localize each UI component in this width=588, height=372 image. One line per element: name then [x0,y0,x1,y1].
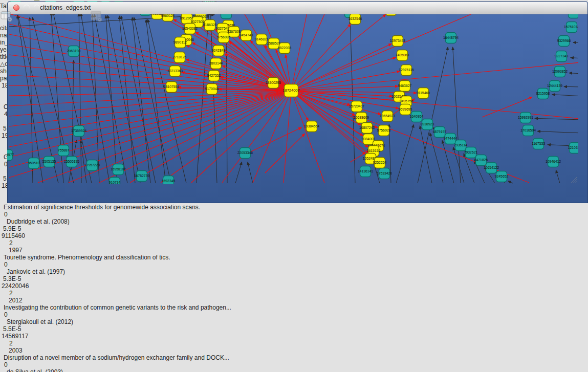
graph-node[interactable]: 1692345 [162,176,176,185]
graph-edge[interactable] [291,71,400,91]
graph-edge[interactable] [291,43,391,91]
graph-node[interactable]: 9227343 [555,51,569,62]
graph-node[interactable]: 9699695 [399,104,412,115]
graph-node[interactable]: 12975115 [399,65,414,76]
graph-edge[interactable] [284,91,291,183]
graph-node[interactable]: 9245652 [495,171,509,182]
graph-node[interactable]: 10688609 [354,113,369,123]
graph-node[interactable]: 9115460 [417,88,430,99]
graph-node[interactable]: 910734 [109,178,121,185]
graph-node[interactable]: 15505195 [64,157,79,167]
graph-node[interactable]: 18300295 [266,78,281,89]
graph-edge[interactable] [99,91,291,183]
minimize-window-button[interactable] [24,5,30,11]
graph-node[interactable]: 1632546 [349,14,362,25]
graph-edge[interactable] [291,3,309,91]
graph-node[interactable]: 7485063 [396,50,409,61]
graph-node[interactable]: 2803144 [209,58,223,69]
graph-node[interactable]: 10946412 [546,157,561,167]
graph-node[interactable]: 17957223 [84,160,100,171]
graph-edge[interactable] [453,47,461,183]
graph-node[interactable]: 9756985 [217,32,231,43]
graph-node[interactable]: 16958107 [111,164,126,175]
graph-edge[interactable] [291,3,330,91]
graph-edge[interactable] [573,179,577,183]
graph-node[interactable]: 8938923 [421,119,434,130]
delete-table-icon[interactable] [90,17,105,25]
graph-edge[interactable] [291,91,365,155]
graph-edge[interactable] [9,34,291,91]
graph-node[interactable]: 9822035 [278,43,292,54]
graph-edge[interactable] [291,14,386,91]
zoom-window-button[interactable] [34,5,40,11]
graph-node[interactable]: 9146821 [255,34,269,45]
graph-edge[interactable] [571,58,578,58]
graph-edge[interactable] [94,14,127,183]
graph-edge[interactable] [92,14,99,183]
graph-node[interactable]: 9756928 [377,125,391,136]
graph-edge[interactable] [9,91,291,126]
graph-edge[interactable] [508,181,513,183]
graph-edge[interactable] [235,162,242,183]
graph-edge[interactable] [291,91,381,115]
graph-node[interactable]: 755887 [58,145,70,156]
network-view[interactable]: 9435572206914062049737106532871527602646… [7,1,578,184]
graph-node[interactable]: 8454743 [239,30,253,41]
graph-node[interactable]: 22053346 [237,148,253,159]
graph-node[interactable]: 17359924 [71,126,86,137]
graph-node[interactable]: 5505135 [42,157,56,167]
graph-node[interactable]: 2718126 [173,52,187,63]
graph-edge[interactable] [291,24,351,91]
network-canvas[interactable]: 9435572206914062049737106532871527602646… [7,1,588,186]
graph-node[interactable]: 18107554 [164,82,179,93]
graph-node[interactable]: 6879197 [433,127,447,138]
graph-node[interactable]: 950510 [28,158,40,169]
graph-edge[interactable] [535,118,578,120]
graph-edge[interactable] [9,55,291,91]
graph-edge[interactable] [291,91,355,115]
graph-edge[interactable] [132,17,150,183]
graph-node[interactable]: 18724007 [282,84,299,97]
graph-edge[interactable] [291,86,398,91]
graph-node[interactable]: 1167533 [532,139,545,149]
graph-node[interactable]: 8215958 [536,89,550,99]
graph-edge[interactable] [134,17,171,183]
graph-edge[interactable] [552,95,578,96]
graph-edge[interactable] [396,124,414,183]
graph-node[interactable]: 8186328 [203,20,217,31]
graph-edge[interactable] [569,73,578,74]
graph-node[interactable]: 9242848 [212,46,226,56]
graph-node[interactable]: 15751074 [564,22,578,33]
graph-node[interactable]: 12444139 [547,81,562,92]
graph-node[interactable]: 12213363 [167,66,183,77]
graph-node[interactable]: 15992991 [518,113,533,123]
graph-node[interactable]: 16543382 [182,24,198,34]
graph-node[interactable]: 14136141 [358,166,373,177]
graph-edge[interactable] [430,133,443,183]
table-row[interactable]: 2242004622012Investigating the contribut… [0,282,588,333]
graph-node[interactable]: 9890112 [173,37,187,48]
graph-node[interactable]: 9463627 [398,81,412,92]
graph-node[interactable]: 17016504 [520,125,536,136]
modify-table-icon[interactable] [0,17,15,25]
graph-node[interactable]: 16448794 [443,33,459,43]
table-row[interactable]: 1456911722003Disruption of a novel membe… [0,333,588,372]
graph-edge[interactable] [79,13,81,183]
graph-node[interactable]: 1640954 [410,112,424,122]
graph-edge[interactable] [573,42,578,43]
graph-node[interactable]: 10973493 [390,36,405,47]
graph-node[interactable]: 2063190 [67,46,81,57]
graph-node[interactable]: 9170044 [205,84,219,95]
graph-node[interactable]: 9329966 [557,36,571,47]
graph-edge[interactable] [442,141,454,183]
graph-node[interactable]: 17533426 [377,168,392,179]
graph-edge[interactable] [81,13,110,183]
graph-node[interactable]: 16807243 [359,123,375,134]
graph-edge[interactable] [537,131,578,133]
graph-edge[interactable] [130,91,291,183]
close-window-button[interactable] [13,5,19,11]
graph-node[interactable]: 16782739 [134,171,149,182]
graph-edge[interactable] [9,91,291,147]
table-row[interactable]: 911546021997Tourette syndrome. Phenomeno… [0,232,588,282]
graph-edge[interactable] [226,23,227,183]
